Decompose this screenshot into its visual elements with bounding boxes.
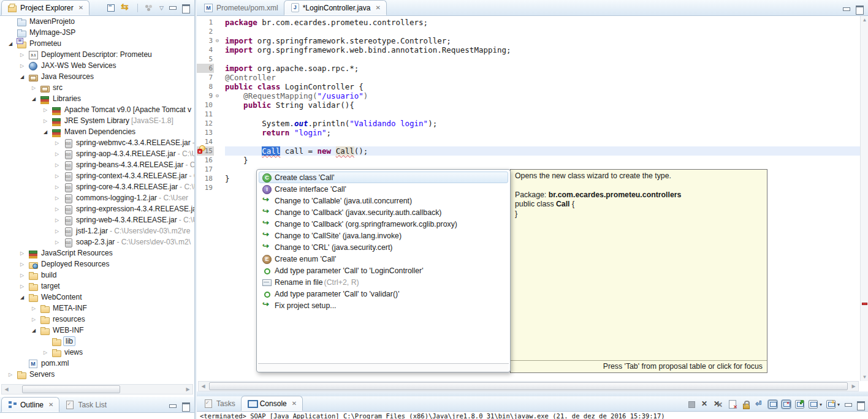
tab-console[interactable]: Console✕ (241, 396, 303, 411)
tree-item[interactable]: ▷target (0, 281, 194, 292)
collapse-arrow-icon[interactable]: ◢ (32, 328, 40, 333)
maximize-icon[interactable] (181, 4, 189, 11)
tree-item[interactable]: pom.xml (0, 358, 194, 369)
close-icon[interactable]: ✕ (48, 401, 53, 408)
expand-arrow-icon[interactable]: ▷ (55, 206, 63, 212)
code-line[interactable]: 3⊖import org.springframework.stereotype.… (197, 36, 868, 45)
code-line[interactable]: 15 Call call = new Call(); (197, 146, 868, 156)
code-line[interactable]: 9⊖ @RequestMapping("/usuario") (197, 91, 868, 100)
tab-prometeu-pom-xml[interactable]: Prometeu/pom.xml (198, 0, 284, 15)
tree-item[interactable]: MyImage-JSP (0, 27, 194, 38)
expand-arrow-icon[interactable]: ▷ (44, 350, 51, 355)
lock-icon[interactable] (741, 400, 750, 409)
tree-item[interactable]: ▷Apache Tomcat v9.0 [Apache Tomcat v (0, 104, 194, 115)
code-line[interactable]: 1package br.com.ecardes.prometeu.control… (197, 18, 868, 27)
maximize-icon[interactable] (856, 401, 864, 408)
expand-arrow-icon[interactable]: ▷ (32, 317, 40, 322)
quickfix-item[interactable]: Change to 'Callback' (org.springframewor… (259, 218, 508, 230)
code-line[interactable]: 14 (197, 137, 868, 146)
tree-item[interactable]: ▷spring-context-4.3.4.RELEASE.jar - C (0, 170, 194, 181)
minimize-icon[interactable] (842, 6, 850, 12)
show-err-icon[interactable] (782, 400, 791, 409)
remove-all-icon[interactable] (714, 400, 723, 409)
tab-tasks[interactable]: Tasks (198, 396, 241, 411)
minimize-icon[interactable] (169, 4, 177, 11)
dropdown-arrow-icon[interactable]: ▾ (837, 402, 840, 407)
wrap-icon[interactable] (755, 400, 764, 409)
expand-arrow-icon[interactable]: ▷ (20, 63, 28, 69)
code-line[interactable]: 12 System.out.println("Validando login")… (197, 119, 868, 128)
project-tree-hscrollbar[interactable]: ◀ ▶ (1, 384, 193, 394)
tree-item[interactable]: ▷soap-2.3.jar - C:\Users\dev-03\.m2\ (0, 236, 194, 247)
expand-arrow-icon[interactable]: ▷ (55, 240, 63, 245)
code-line[interactable]: 5 (197, 55, 868, 64)
tree-item[interactable]: ◢Libraries (0, 93, 194, 104)
quickfix-item[interactable]: Change to 'CallSite' (java.lang.invoke) (259, 230, 508, 241)
collapse-arrow-icon[interactable]: ◢ (9, 41, 17, 47)
tree-item[interactable]: ▷JRE System Library [JavaSE-1.8] (0, 115, 194, 126)
tree-item[interactable]: ◢WebContent (0, 292, 194, 303)
new-icon[interactable] (826, 400, 836, 409)
tree-item[interactable]: ◢Java Resources (0, 71, 194, 82)
scrollbar-thumb[interactable] (22, 385, 120, 393)
collapse-arrow-icon[interactable]: ◢ (44, 129, 51, 135)
code-line[interactable]: 8public class LoginController { (197, 82, 868, 91)
expand-arrow-icon[interactable]: ▷ (44, 107, 51, 113)
show-out-icon[interactable] (768, 400, 777, 409)
tab-outline[interactable]: Outline✕ (1, 397, 59, 412)
tree-item[interactable]: ▷spring-beans-4.3.4.RELEASE.jar - C:\ (0, 159, 194, 170)
expand-arrow-icon[interactable]: ▷ (32, 85, 40, 91)
editor-hscrollbar[interactable]: ◀ ▶ (198, 381, 859, 391)
proposal-tooltip-footer[interactable]: Press 'Tab' from proposal table or click… (511, 360, 767, 372)
tree-item[interactable]: ▷JavaScript Resources (0, 247, 194, 259)
code-line[interactable]: 13 return "login"; (197, 128, 868, 137)
scroll-down-icon[interactable]: ▼ (861, 373, 868, 381)
quickfix-item[interactable]: Create class 'Call' (259, 172, 508, 183)
tree-item[interactable]: ▷src (0, 82, 194, 93)
collapse-arrow-icon[interactable]: ◢ (20, 295, 28, 300)
quickfix-item[interactable]: Rename in file (Ctrl+2, R) (259, 276, 508, 288)
scrollbar-thumb[interactable] (209, 382, 848, 390)
close-icon[interactable]: ✕ (292, 400, 297, 407)
expand-arrow-icon[interactable]: ▷ (44, 118, 51, 124)
tree-item[interactable]: ▷spring-web-4.3.4.RELEASE.jar - C:\U (0, 214, 194, 225)
tab-project-explorer[interactable]: Project Explorer ✕ (1, 0, 89, 15)
expand-arrow-icon[interactable]: ▷ (32, 306, 40, 311)
tree-item[interactable]: ◢Maven Dependencies (0, 126, 194, 137)
code-line[interactable]: 10 public String validar(){ (197, 100, 868, 110)
quickfix-item[interactable]: Fix project setup... (259, 300, 508, 311)
tree-item[interactable]: ▷spring-core-4.3.4.RELEASE.jar - C:\U (0, 181, 194, 192)
code-line[interactable]: 11 (197, 110, 868, 119)
quickfix-item[interactable]: Add type parameter 'Call' to 'LoginContr… (259, 265, 508, 276)
dropdown-arrow-icon[interactable]: ▾ (820, 402, 822, 407)
expand-arrow-icon[interactable]: ▷ (20, 251, 28, 256)
fold-collapse-icon[interactable]: ⊖ (214, 36, 221, 45)
scroll-right-icon[interactable]: ▶ (849, 383, 858, 389)
code-line[interactable]: 6import org.apache.soap.rpc.*; (197, 64, 868, 73)
tree-item[interactable]: ▷jstl-1.2.jar - C:\Users\dev-03\.m2\re (0, 225, 194, 236)
scroll-left-icon[interactable]: ◀ (2, 387, 11, 392)
close-icon[interactable]: ✕ (78, 4, 83, 11)
code-line[interactable]: 2 (197, 27, 868, 36)
maximize-icon[interactable] (181, 402, 189, 409)
clear-icon[interactable] (728, 400, 737, 409)
tree-item[interactable]: ▷Deployed Resources (0, 259, 194, 270)
expand-arrow-icon[interactable]: ▷ (55, 151, 63, 157)
code-editor[interactable]: 1package br.com.ecardes.prometeu.control… (197, 16, 868, 381)
quickfix-item[interactable]: Create enum 'Call' (259, 253, 508, 265)
tree-item[interactable]: ▷spring-expression-4.3.4.RELEASE.jar (0, 203, 194, 214)
quickfix-item[interactable]: Change to 'Callback' (javax.security.aut… (259, 206, 508, 218)
error-overview-marker[interactable] (862, 303, 867, 305)
tree-item[interactable]: lib (0, 336, 194, 347)
quickfix-item[interactable]: Create interface 'Call' (259, 183, 508, 195)
tree-item[interactable]: ▷JAX-WS Web Services (0, 60, 194, 71)
tab-task-list[interactable]: Task List (59, 397, 112, 412)
pin-icon[interactable] (795, 400, 804, 409)
editor-overview-ruler[interactable]: ▲ ▼ (860, 16, 868, 381)
expand-arrow-icon[interactable]: ▷ (55, 173, 63, 179)
tree-item[interactable]: ▷build (0, 270, 194, 281)
expand-arrow-icon[interactable]: ▷ (55, 184, 63, 190)
expand-arrow-icon[interactable]: ▷ (20, 262, 28, 267)
collapse-all-icon[interactable] (105, 3, 116, 12)
view-menu-icon[interactable]: ▽ (159, 5, 164, 11)
